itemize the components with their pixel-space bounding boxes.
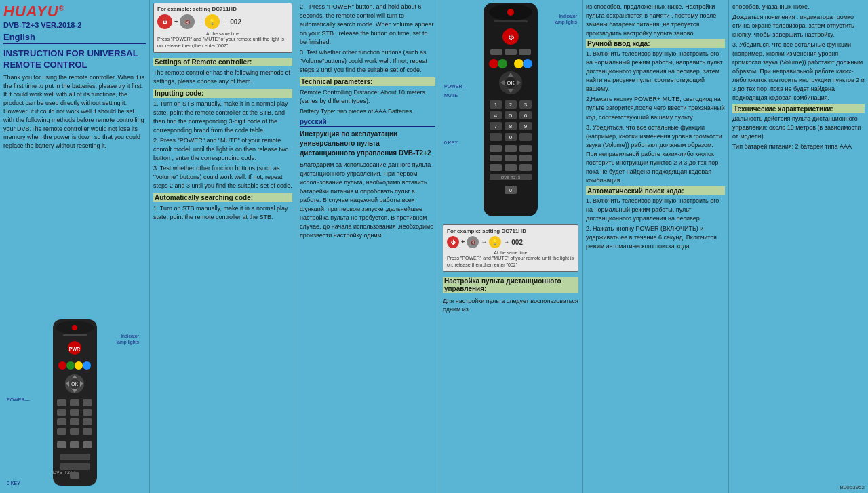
svg-text:OK: OK bbox=[71, 382, 77, 387]
arrow-sign2: → bbox=[222, 18, 228, 25]
ru-title: Инструкция по эксплуатации универсальног… bbox=[300, 130, 435, 158]
svg-rect-79 bbox=[505, 145, 517, 152]
test-step3: 3. Test whether other function buttons (… bbox=[300, 48, 435, 75]
svg-rect-23 bbox=[57, 418, 66, 425]
svg-rect-22 bbox=[83, 409, 92, 416]
plus-sign: + bbox=[174, 18, 178, 25]
last-col-text3: 3. Убедиться, что все остальные функции … bbox=[732, 41, 865, 102]
auto-search-ru-step2: 2. Нажать кнопку POWER (ВКЛЮЧИТЬ) и удер… bbox=[586, 224, 725, 251]
svg-point-8 bbox=[75, 361, 83, 370]
svg-text:2: 2 bbox=[509, 102, 513, 108]
code-value2: 002 bbox=[511, 239, 523, 246]
svg-point-6 bbox=[58, 361, 66, 370]
left-body-text: Thank you for using the remote controlle… bbox=[3, 73, 146, 315]
svg-rect-80 bbox=[519, 145, 532, 152]
indicator-label-right: Indicatorlamp lights bbox=[555, 13, 577, 25]
svg-point-48 bbox=[523, 59, 532, 68]
svg-point-47 bbox=[514, 59, 524, 68]
example-box2-title: For example: setting DC711HD bbox=[447, 228, 574, 234]
svg-rect-84 bbox=[490, 164, 502, 171]
svg-text:DVB-T2+3: DVB-T2+3 bbox=[501, 176, 521, 180]
inputting-step2: 2. Press "POWER" and "MUTE" of your remo… bbox=[153, 136, 292, 163]
svg-rect-31 bbox=[83, 441, 92, 448]
tech-params-ru-title: Технические характеристики: bbox=[732, 104, 865, 113]
svg-rect-43 bbox=[505, 49, 517, 55]
svg-rect-78 bbox=[490, 145, 502, 152]
tech-distance: Remote Controlling Distance: About 10 me… bbox=[300, 88, 435, 106]
inputting-step3: 3. Test whether other function buttons (… bbox=[153, 164, 292, 191]
tech-distance-ru: Дальность действия пульта дистанционного… bbox=[732, 115, 865, 141]
arrow-sign3: → bbox=[481, 239, 487, 245]
svg-rect-86 bbox=[519, 164, 532, 171]
okey-label-right: 0 KEY bbox=[444, 140, 458, 145]
svg-rect-21 bbox=[70, 409, 79, 416]
auto-search-ru-title: Автоматический поиск кода: bbox=[586, 186, 725, 195]
svg-rect-81 bbox=[490, 155, 502, 161]
svg-rect-3 bbox=[63, 334, 87, 336]
indicator-label-left: Indicatorlamp lights bbox=[117, 333, 139, 345]
tech-battery-ru: Тип батарей питания: 2 батареи типа ААА bbox=[732, 142, 865, 151]
svg-point-46 bbox=[498, 59, 507, 68]
svg-rect-85 bbox=[505, 164, 517, 171]
svg-rect-32 bbox=[60, 454, 90, 460]
nastroika-title: Настройка пульта дистанционного управлен… bbox=[443, 277, 578, 293]
svg-point-7 bbox=[66, 361, 75, 370]
svg-text:⏻: ⏻ bbox=[508, 34, 514, 41]
svg-text:3: 3 bbox=[524, 102, 528, 108]
model-text: DVB-T2+3 VER.2018-2 bbox=[3, 21, 146, 30]
svg-point-45 bbox=[489, 59, 498, 68]
svg-rect-17 bbox=[57, 399, 66, 406]
svg-text:OK: OK bbox=[507, 80, 515, 86]
example-box-top: For example: setting DC711HD ⏻ + 🔇 → 💡 →… bbox=[153, 3, 292, 53]
svg-rect-25 bbox=[83, 418, 92, 425]
press-power-text: 2、Press "POWER" button, and hold about 6… bbox=[300, 3, 435, 47]
svg-rect-30 bbox=[70, 441, 79, 448]
image-center-panel: Indicatorlamp lights POWER— MUTE ⏻ OK bbox=[439, 0, 582, 493]
svg-rect-26 bbox=[57, 428, 66, 435]
svg-text:5: 5 bbox=[509, 113, 513, 119]
svg-text:7: 7 bbox=[494, 123, 498, 130]
remote-center-wrapper: Indicatorlamp lights POWER— MUTE ⏻ OK bbox=[443, 3, 578, 220]
manual-step1: 1. Включить телевизор вручную, настроить… bbox=[586, 50, 725, 94]
svg-text:0: 0 bbox=[509, 188, 512, 193]
example-caption2: Press "POWER" and "MUTE" of your remote … bbox=[447, 255, 574, 269]
mute-btn-diagram: 🔇 bbox=[180, 14, 195, 29]
power-label-right: POWER— bbox=[444, 84, 467, 89]
example-box-bottom: For example: setting DC711HD ⏻ + 🔇 → 💡 →… bbox=[443, 224, 578, 272]
left-panel: HUAYU® DVB-T2+3 VER.2018-2 English INSTR… bbox=[0, 0, 149, 493]
svg-rect-35 bbox=[70, 472, 79, 479]
arrow-sign4: → bbox=[503, 239, 509, 245]
example-caption: Press "POWER" and "MUTE" of your remote … bbox=[157, 36, 288, 50]
svg-text:8: 8 bbox=[509, 123, 513, 130]
settings-title: Settings of Remote controller: bbox=[153, 58, 292, 66]
svg-rect-28 bbox=[83, 428, 92, 435]
remote-image-left: Indicatorlamp lights PWR OK bbox=[3, 319, 146, 489]
registered-mark: ® bbox=[59, 4, 65, 12]
svg-text:PWR: PWR bbox=[68, 347, 79, 351]
svg-point-9 bbox=[83, 361, 91, 370]
inputting-code-title: Inputting code: bbox=[153, 89, 292, 98]
svg-rect-33 bbox=[60, 463, 90, 470]
tech-battery: Battery Type: two pieces of AAA Batterie… bbox=[300, 107, 435, 116]
svg-rect-19 bbox=[83, 399, 92, 406]
plus-sign2: + bbox=[461, 239, 465, 245]
inputting-step1: 1. Turn on STB manually, make it in a no… bbox=[153, 100, 292, 135]
at-same-time2: At the same time bbox=[447, 250, 574, 255]
power-label-left: POWER— bbox=[7, 397, 29, 402]
power-btn-diagram2: ⏻ bbox=[447, 236, 459, 248]
auto-search-title: Automatically searching code: bbox=[153, 193, 292, 202]
svg-rect-44 bbox=[519, 49, 531, 55]
example-box-title: For example: setting DC711HD bbox=[157, 6, 288, 12]
svg-rect-42 bbox=[490, 49, 502, 55]
mute-btn-diagram2: 🔇 bbox=[467, 236, 479, 248]
svg-point-38 bbox=[507, 9, 514, 16]
brand-logo: HUAYU® bbox=[3, 4, 146, 19]
arrow-sign: → bbox=[197, 18, 203, 25]
ru-col1: из способов, предложенных ниже. Настройк… bbox=[583, 0, 728, 493]
svg-rect-82 bbox=[505, 155, 517, 161]
auto-search-step1: 1. Turn on STB manually, make it in a no… bbox=[153, 204, 292, 222]
svg-rect-39 bbox=[494, 20, 528, 22]
light-diagram: 💡 bbox=[205, 14, 220, 29]
language-text: English bbox=[3, 32, 146, 44]
light-diagram2: 💡 bbox=[489, 236, 501, 248]
